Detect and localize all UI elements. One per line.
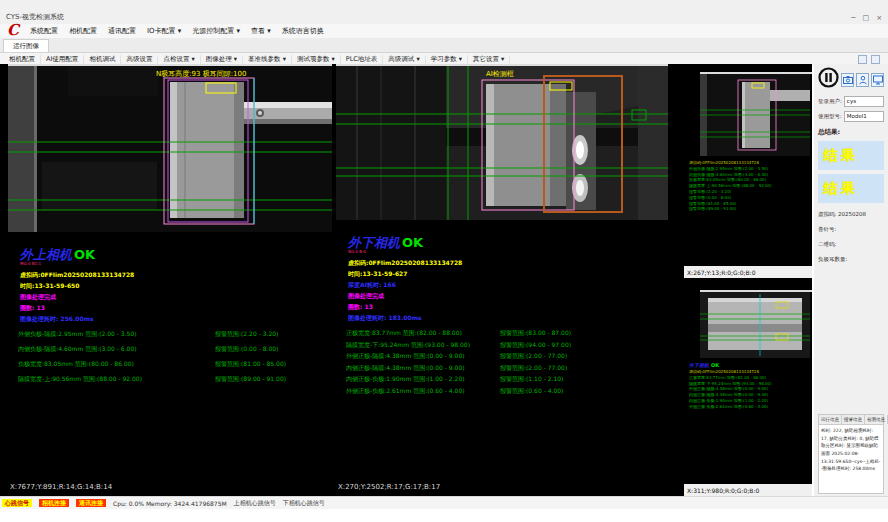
login-user-label: 登录用户:: [818, 98, 842, 105]
menu-io-card-config[interactable]: IO卡配置 ▾: [147, 26, 181, 36]
toolbar-other-settings[interactable]: 其它设置 ▾: [468, 55, 510, 64]
app-logo-icon: C: [7, 21, 19, 39]
lower-camera-result-title: 外下相机OK: [348, 236, 668, 249]
maximize-icon[interactable]: □: [863, 14, 870, 22]
sidebar-buttons: [818, 67, 884, 92]
measurement-value: 外侧负极-隔膜:2.95mm 范围:(2.00 - 3.50): [18, 330, 137, 339]
alarm-range: 报警范围:(2.00 - 77.00): [500, 364, 567, 373]
alarm-range: 报警范围:(2.00 - 77.00): [500, 352, 567, 361]
lower-camera-image[interactable]: AI检测框: [336, 64, 668, 220]
toolbar-baseline-params[interactable]: 基准线参数 ▾: [243, 55, 292, 64]
alarm-range: 报警范围:(2.20 - 3.20): [215, 330, 278, 339]
menu-light-control-config[interactable]: 光源控制配置 ▾: [192, 26, 240, 36]
menu-system-config[interactable]: 系统配置: [30, 26, 58, 36]
measurement-row: 隔膜宽度-下:95.24mm 范围:(93.00 - 98.00) 报警范围:(…: [336, 341, 668, 353]
upper-camera-image[interactable]: N极耳高度:93 极耳间隙:100: [8, 64, 332, 232]
user-icon-button[interactable]: [856, 73, 869, 87]
result-box-upper: 结果: [818, 141, 884, 170]
info-processing-done: 图像处理完成: [20, 294, 332, 300]
menu-camera-config[interactable]: 相机配置: [69, 26, 97, 36]
toolbar-camera-config[interactable]: 相机配置: [4, 55, 41, 64]
camera-connection-badge: 相机连接: [39, 499, 69, 507]
measurement-row: 外侧正极-负极:2.61mm 范围:(0.60 - 4.00) 报警范围:(0.…: [336, 387, 668, 399]
thumbnail-column: 虚拟码:0FFIim20250208133134728 外侧负极-隔膜:2.95…: [684, 64, 812, 496]
lower-camera-ok-status: OK: [402, 235, 423, 250]
right-sidebar: 登录用户: cys 使用型号: Model1 总结果: 结果 结果 虚拟码: 2…: [814, 64, 888, 496]
upper-camera-measurements: 外侧负极-隔膜:2.95mm 范围:(2.00 - 3.50) 报警范围:(2.…: [8, 330, 332, 390]
thumbnail-upper[interactable]: 虚拟码:0FFIim20250208133134728 外侧负极-隔膜:2.95…: [684, 64, 812, 278]
cpu-memory-readout: Cpu: 0.0% Memory: 3424.41796875M: [113, 500, 227, 507]
upper-camera-result-title: 外上相机OK: [20, 248, 332, 261]
virtual-code-row: 虚拟码: 20250208: [818, 211, 884, 218]
measurement-value: 负极宽度:83.05mm 范围:(80.00 - 86.00): [18, 360, 134, 369]
info-time: 时间:13-31-59-650: [20, 283, 332, 289]
thumbnail-upper-image[interactable]: [700, 72, 812, 156]
model-input[interactable]: Model1: [844, 111, 884, 122]
toolbar-advanced-settings[interactable]: 高级设置: [121, 55, 158, 64]
layout-icon[interactable]: [858, 55, 867, 64]
thumbnail-lower-pixel-readout: X:311;Y:980;R:0;G:0;B:0: [684, 484, 812, 496]
measurement-value: 正极宽度:83.77mm 范围:(82.00 - 88.00): [346, 329, 462, 338]
thumb-ok-status: OK: [711, 362, 719, 368]
toolbar-test-params[interactable]: 测试项参数 ▾: [292, 55, 341, 64]
upper-camera-ok-status: OK: [74, 247, 95, 262]
model-field: 使用型号: Model1: [818, 111, 884, 122]
upper-camera-name: 外上相机: [20, 247, 72, 262]
info-processing-time: 图像处理耗时: 256.00ms: [20, 316, 332, 322]
thumbnail-lower[interactable]: 外下相机OK 虚拟码:0FFIim20250208133134728 正极宽度:…: [684, 282, 812, 496]
info-ai-time: 深度AI耗时: 166: [348, 282, 668, 288]
lower-camera-info-lines: 虚拟码:0FFIim20250208133134728 时间:13-31-59-…: [336, 260, 668, 321]
close-icon[interactable]: ×: [876, 14, 882, 22]
menu-language-switch[interactable]: 系统语言切换: [282, 26, 324, 36]
toolbar-learning-params[interactable]: 学习参数 ▾: [426, 55, 468, 64]
measurement-value: 内侧正极-隔膜:4.38mm 范围:(0.00 - 9.00): [346, 364, 465, 373]
login-user-field: 登录用户: cys: [818, 96, 884, 107]
titlebar: CYS-视觉检测系统 ─ □ ×: [0, 0, 888, 24]
window-controls: ─ □ ×: [851, 14, 882, 22]
thumb-camera-name: 外下相机: [689, 362, 709, 368]
thumbnail-lower-image[interactable]: [700, 290, 812, 358]
toolbar-camera-debug[interactable]: 相机调试: [84, 55, 121, 64]
measurement-row: 外侧负极-隔膜:2.95mm 范围:(2.00 - 3.50) 报警范围:(2.…: [8, 330, 332, 345]
measurement-row: 内侧正极-隔膜:4.38mm 范围:(0.00 - 9.00) 报警范围:(2.…: [336, 364, 668, 376]
toolbar-advanced-debug[interactable]: 高级调试 ▾: [383, 55, 425, 64]
camera-icon-button[interactable]: [841, 73, 854, 87]
toolbar-spot-check[interactable]: 点检设置 ▾: [158, 55, 200, 64]
toolbar-image-processing[interactable]: 图像处理 ▾: [201, 55, 243, 64]
upper-camera-info-lines: 虚拟码:0FFIim20250208133134728 时间:13-31-59-…: [8, 272, 332, 322]
tab-alarm-info[interactable]: 报警信息: [842, 415, 865, 424]
monitor-icon-button[interactable]: [871, 73, 884, 87]
app-window: CYS-视觉检测系统 ─ □ × C 系统配置 相机配置 通讯配置 IO卡配置 …: [0, 0, 888, 522]
info-processing-time: 图像处理耗时: 183.00ms: [348, 315, 668, 321]
alarm-range: 报警范围:(0.60 - 4.00): [500, 387, 563, 396]
menu-comm-config[interactable]: 通讯配置: [108, 26, 136, 36]
grid-icon[interactable]: [871, 55, 880, 64]
lower-camera-subtext: NG:0 B:0: [348, 250, 668, 254]
run-info-panel: 运行信息 报警信息 检测信息 耗时: 222, 缺陷检测耗时: 17, 缺陷分类…: [818, 414, 884, 494]
menu-view[interactable]: 查看 ▾: [251, 26, 271, 36]
thumbnail-lower-text: 外下相机OK 虚拟码:0FFIim20250208133134728 正极宽度:…: [684, 358, 812, 484]
tab-detect-info[interactable]: 检测信息: [865, 415, 888, 424]
pause-button[interactable]: [818, 67, 839, 92]
lower-camera-name: 外下相机: [348, 235, 400, 250]
info-virtual-code: 虚拟码:0FFIim20250208133134728: [348, 260, 668, 266]
tab-run-info[interactable]: 运行信息: [819, 415, 842, 424]
login-user-input[interactable]: cys: [844, 96, 884, 107]
measurement-row: 外侧正极-隔膜:4.38mm 范围:(0.00 - 9.00) 报警范围:(2.…: [336, 352, 668, 364]
measurement-row: 负极宽度:83.05mm 范围:(80.00 - 86.00) 报警范围:(81…: [8, 360, 332, 375]
status-bar: 心跳信号 相机连接 通讯连接 Cpu: 0.0% Memory: 3424.41…: [0, 496, 888, 509]
toolbar-ai-use-config[interactable]: AI使用配置: [41, 55, 84, 64]
measurement-row: 内侧负极-隔膜:4.60mm 范围:(3.00 - 6.00) 报警范围:(0.…: [8, 345, 332, 360]
measurement-value: 内侧正极-负极:1.90mm 范围:(1.00 - 2.20): [346, 375, 465, 384]
negative-tab-count-label: 负极耳数量:: [818, 256, 884, 263]
toolbar-plc-address-table[interactable]: PLC地址表: [341, 55, 384, 64]
alarm-range: 报警范围:(83.00 - 87.00): [500, 329, 571, 338]
alarm-range: 报警范围:(94.00 - 97.00): [500, 341, 571, 350]
tab-run-image[interactable]: 运行图像: [3, 39, 49, 52]
toolbar-right-buttons: [858, 55, 880, 64]
minimize-icon[interactable]: ─: [851, 14, 855, 22]
measurement-value: 隔膜宽度-下:95.24mm 范围:(93.00 - 98.00): [346, 341, 470, 350]
qr-code-label: 二维码:: [818, 241, 884, 248]
lower-camera-overlay-label: AI检测框: [486, 70, 514, 78]
menu-bar: C 系统配置 相机配置 通讯配置 IO卡配置 ▾ 光源控制配置 ▾ 查看 ▾ 系…: [0, 24, 888, 39]
